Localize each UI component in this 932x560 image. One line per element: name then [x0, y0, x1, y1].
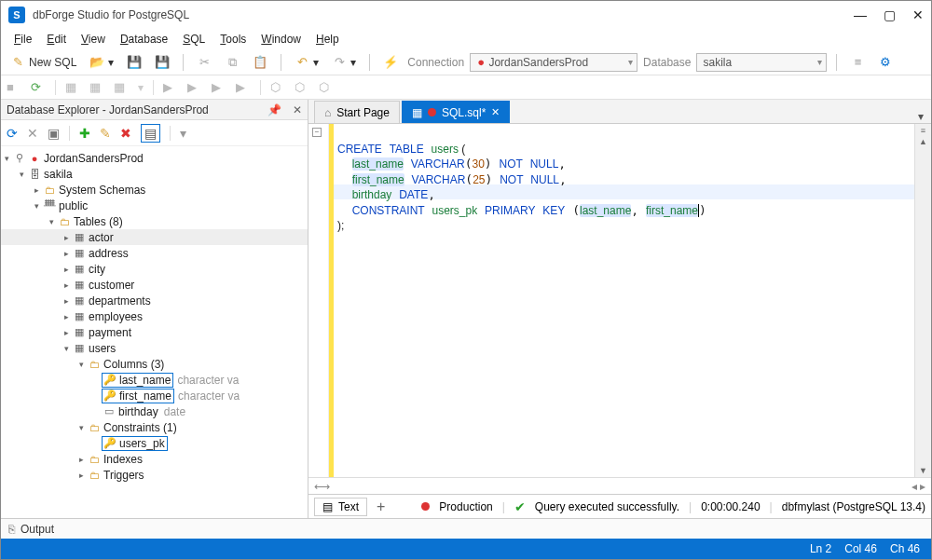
folder-icon: 🗀	[42, 184, 57, 196]
debug3-icon: ⬡	[319, 80, 334, 95]
delete-object-icon[interactable]: ✖	[120, 126, 131, 141]
output-panel-button[interactable]: ⎘ Output	[1, 518, 931, 539]
column-node[interactable]: last_name	[117, 374, 172, 387]
table-icon: ▦	[72, 342, 87, 354]
output-label: Output	[21, 523, 54, 536]
folder-icon: 🗀	[87, 470, 102, 481]
table-node[interactable]: departments	[87, 294, 153, 307]
paste-button[interactable]: 📋	[249, 53, 271, 72]
server-node[interactable]: JordanSandersProd	[42, 152, 145, 165]
run4-icon: ▶	[236, 80, 251, 95]
constraint-node[interactable]: users_pk	[117, 437, 167, 450]
scroll-split-icon[interactable]: ≡	[921, 126, 925, 135]
grid2-icon: ▦	[114, 80, 129, 95]
redo-icon: ↷	[332, 55, 347, 70]
tables-folder-node[interactable]: Tables (8)	[72, 215, 125, 228]
table-icon: ▦	[72, 326, 87, 338]
code-gutter[interactable]: −	[308, 124, 329, 477]
tab-sql[interactable]: ▦SQL.sql*✕	[402, 101, 510, 123]
format-button[interactable]: ≡	[846, 53, 869, 72]
table-icon: ▦	[72, 231, 87, 243]
table-node[interactable]: actor	[87, 231, 116, 244]
main-toolbar: ✎New SQL 📂▾ 💾 💾 ✂ ⧉ 📋 ↶▾ ↷▾ ⚡ Connection…	[1, 49, 931, 75]
add-view-button[interactable]: +	[377, 499, 385, 515]
menu-bar: File Edit View Database SQL Tools Window…	[1, 29, 931, 49]
menu-file[interactable]: File	[8, 31, 37, 48]
menu-edit[interactable]: Edit	[41, 31, 72, 48]
edit-object-icon[interactable]: ✎	[100, 126, 111, 141]
maximize-button[interactable]: ▢	[884, 7, 896, 22]
undo-button[interactable]: ↶▾	[291, 53, 322, 72]
tab-close-icon[interactable]: ✕	[491, 106, 500, 118]
editor-split-bar[interactable]: ⟷◂ ▸	[308, 477, 931, 494]
key-column-icon: 🔑	[103, 389, 117, 402]
public-schema-node[interactable]: public	[57, 199, 89, 212]
menu-database[interactable]: Database	[115, 31, 173, 48]
folder-icon: 🗀	[57, 216, 72, 227]
column-node[interactable]: birthday	[116, 405, 160, 418]
table-node[interactable]: city	[87, 263, 107, 276]
refresh-connection-icon[interactable]: ⟳	[7, 126, 18, 141]
system-schemas-node[interactable]: System Schemas	[57, 184, 147, 197]
triggers-folder-node[interactable]: Triggers	[102, 469, 146, 482]
scroll-up-icon[interactable]: ▲	[919, 137, 927, 146]
table-node[interactable]: employees	[87, 310, 144, 323]
column-icon: ▭	[102, 405, 116, 417]
table-node[interactable]: address	[87, 247, 130, 260]
explorer-title: Database Explorer - JordanSandersProd	[7, 103, 209, 116]
menu-window[interactable]: Window	[255, 31, 307, 48]
grid-icon: ▦	[89, 80, 104, 95]
panel-close-icon[interactable]: ✕	[293, 103, 302, 116]
app-title: dbForge Studio for PostgreSQL	[33, 8, 189, 21]
tabs-overflow-icon[interactable]: ▾	[918, 110, 924, 123]
save-button[interactable]: 💾	[123, 53, 145, 72]
secondary-toolbar: ■ ⟳ ▦ ▦ ▦ ▾ ▶ ▶ ▶ ▶ ⬡ ⬡ ⬡	[1, 75, 931, 100]
menu-sql[interactable]: SQL	[177, 31, 211, 48]
filter-icon[interactable]: ▾	[180, 126, 186, 141]
vertical-scrollbar[interactable]: ≡ ▲ ▼	[914, 124, 931, 477]
close-button[interactable]: ✕	[912, 7, 924, 22]
collapse-icon[interactable]: ▣	[48, 126, 60, 141]
copy-icon: ⧉	[225, 55, 240, 70]
connection-combo[interactable]: ● JordanSandersProd	[470, 53, 637, 72]
debug1-icon: ⬡	[270, 80, 285, 95]
indexes-folder-node[interactable]: Indexes	[102, 453, 144, 466]
fold-icon[interactable]: −	[312, 128, 322, 137]
code-editor[interactable]: CREATE TABLE users ( last_name VARCHAR(3…	[334, 124, 914, 477]
save-all-button[interactable]: 💾	[151, 53, 173, 72]
new-object-icon[interactable]: ✚	[79, 126, 90, 141]
redo-button[interactable]: ↷▾	[328, 53, 360, 72]
new-connection-button[interactable]: ⚡	[379, 53, 402, 72]
explorer-tree[interactable]: ▾⚲●JordanSandersProd ▾🗄sakila ▸🗀System S…	[1, 146, 308, 518]
cut-button[interactable]: ✂	[193, 53, 215, 72]
constraints-folder-node[interactable]: Constraints (1)	[102, 421, 179, 434]
scroll-down-icon[interactable]: ▼	[919, 466, 927, 475]
menu-tools[interactable]: Tools	[214, 31, 252, 48]
pin-icon[interactable]: 📌	[267, 103, 281, 116]
disconnect-icon[interactable]: ✕	[27, 126, 38, 141]
new-sql-button[interactable]: ✎New SQL	[7, 53, 80, 72]
table-node-users[interactable]: users	[87, 342, 117, 355]
minimize-button[interactable]: —	[854, 7, 867, 22]
menu-help[interactable]: Help	[310, 31, 345, 48]
columns-folder-node[interactable]: Columns (3)	[102, 358, 166, 371]
table-node[interactable]: customer	[87, 279, 136, 292]
show-details-icon[interactable]: ▤	[141, 124, 160, 143]
menu-view[interactable]: View	[75, 31, 111, 48]
run1-icon: ▶	[163, 80, 178, 95]
exec-icon: ▦	[65, 80, 80, 95]
debug2-icon: ⬡	[295, 80, 309, 95]
column-node[interactable]: first_name	[117, 389, 173, 403]
output-icon: ⎘	[8, 523, 15, 536]
gear-icon: ⚙	[878, 55, 893, 70]
database-node[interactable]: sakila	[42, 168, 75, 181]
tab-start-page[interactable]: ⌂Start Page	[314, 101, 400, 123]
folder-icon: 🗀	[87, 454, 102, 465]
copy-button[interactable]: ⧉	[221, 53, 243, 72]
document-tabs: ⌂Start Page ▦SQL.sql*✕ ▾	[308, 100, 931, 124]
settings-button[interactable]: ⚙	[874, 53, 897, 72]
open-button[interactable]: 📂▾	[86, 53, 117, 72]
database-combo[interactable]: sakila	[696, 53, 827, 72]
table-node[interactable]: payment	[87, 326, 133, 339]
view-mode-text[interactable]: ▤Text	[314, 498, 367, 516]
